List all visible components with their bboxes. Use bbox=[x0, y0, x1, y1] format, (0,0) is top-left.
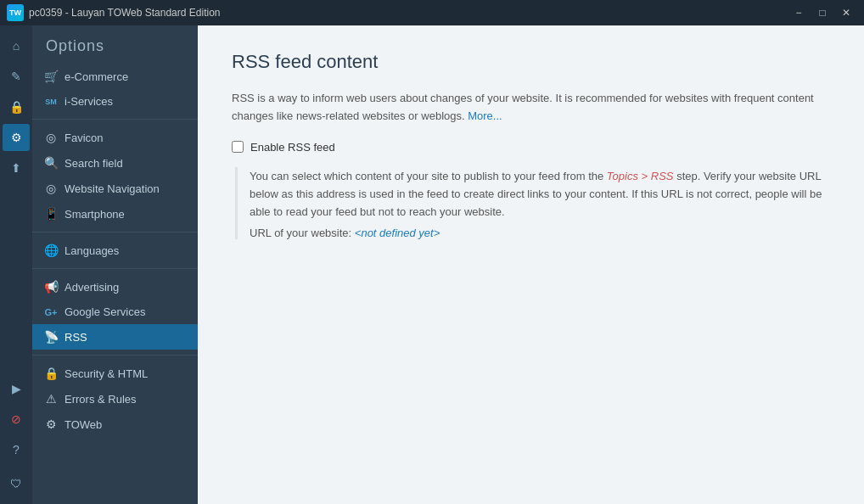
sidebar-label-rss: RSS bbox=[65, 331, 87, 344]
divider-3 bbox=[32, 268, 198, 269]
sidebar-item-smartphone[interactable]: 📱 Smartphone bbox=[32, 201, 198, 227]
enable-rss-label[interactable]: Enable RSS feed bbox=[250, 141, 335, 154]
sidebar-label-security-html: Security & HTML bbox=[65, 367, 148, 380]
description-text: RSS is a way to inform web users about c… bbox=[232, 90, 830, 126]
icon-shield[interactable]: 🛡 bbox=[3, 470, 30, 497]
main-content: RSS feed content RSS is a way to inform … bbox=[198, 25, 864, 504]
sidebar-section-1: 🛒 e-Commerce SM i-Services bbox=[32, 64, 198, 114]
sidebar-label-errors-rules: Errors & Rules bbox=[65, 393, 137, 406]
more-link[interactable]: More... bbox=[468, 109, 502, 122]
advertising-icon: 📢 bbox=[44, 280, 58, 294]
sidebar-item-languages[interactable]: 🌐 Languages bbox=[32, 238, 198, 263]
smartphone-icon: 📱 bbox=[44, 207, 58, 221]
sidebar-item-website-navigation[interactable]: ◎ Website Navigation bbox=[32, 176, 198, 201]
info-box: You can select which content of your sit… bbox=[235, 167, 830, 239]
divider-4 bbox=[32, 355, 198, 356]
toweb-icon: ⚙ bbox=[44, 417, 58, 431]
url-value: <not defined yet> bbox=[355, 227, 440, 239]
info-highlight: Topics > RSS bbox=[607, 170, 674, 182]
website-nav-icon: ◎ bbox=[44, 182, 58, 195]
languages-icon: 🌐 bbox=[44, 244, 58, 257]
icon-help[interactable]: ? bbox=[3, 436, 30, 463]
titlebar: TW pc0359 - Lauyan TOWeb Standard Editio… bbox=[0, 0, 864, 25]
icon-lock[interactable]: 🔒 bbox=[3, 93, 30, 120]
sidebar-label-favicon: Favicon bbox=[65, 132, 104, 144]
sidebar-label-ecommerce: e-Commerce bbox=[65, 70, 128, 83]
sidebar-item-security-html[interactable]: 🔒 Security & HTML bbox=[32, 361, 198, 386]
rss-icon: 📡 bbox=[44, 330, 58, 344]
sidebar-section-5: 🔒 Security & HTML ⚠ Errors & Rules ⚙ TOW… bbox=[32, 361, 198, 437]
sidebar-label-smartphone: Smartphone bbox=[65, 208, 125, 221]
icon-strip: ⌂ ✎ 🔒 ⚙ ⬆ ▶ ⊘ ? 🛡 bbox=[0, 25, 32, 504]
sidebar-label-search-field: Search field bbox=[65, 157, 123, 170]
sidebar-label-languages: Languages bbox=[65, 244, 119, 257]
icon-play[interactable]: ▶ bbox=[3, 375, 30, 402]
app-logo: TW bbox=[7, 4, 24, 21]
icon-upload[interactable]: ⬆ bbox=[3, 154, 30, 182]
enable-rss-checkbox[interactable] bbox=[232, 141, 244, 153]
divider-1 bbox=[32, 119, 198, 120]
sidebar-item-favicon[interactable]: ◎ Favicon bbox=[32, 125, 198, 150]
errors-rules-icon: ⚠ bbox=[44, 392, 58, 406]
sidebar-section-4: 📢 Advertising G+ Google Services 📡 RSS bbox=[32, 274, 198, 350]
sidebar-item-toweb[interactable]: ⚙ TOWeb bbox=[32, 412, 198, 437]
search-field-icon: 🔍 bbox=[44, 156, 58, 170]
sidebar-label-website-navigation: Website Navigation bbox=[65, 182, 160, 195]
favicon-icon: ◎ bbox=[44, 131, 58, 144]
ecommerce-icon: 🛒 bbox=[44, 70, 58, 83]
sidebar-item-advertising[interactable]: 📢 Advertising bbox=[32, 274, 198, 300]
info-text: You can select which content of your sit… bbox=[250, 167, 830, 221]
sidebar-label-advertising: Advertising bbox=[65, 281, 119, 294]
sidebar-item-rss[interactable]: 📡 RSS bbox=[32, 324, 198, 350]
sidebar-item-google-services[interactable]: G+ Google Services bbox=[32, 300, 198, 324]
sidebar-label-google-services: Google Services bbox=[65, 305, 145, 318]
minimize-button[interactable]: − bbox=[788, 4, 810, 21]
icon-home[interactable]: ⌂ bbox=[3, 32, 30, 59]
url-label: URL of your website: bbox=[250, 227, 351, 239]
sidebar-section-2: ◎ Favicon 🔍 Search field ◎ Website Navig… bbox=[32, 125, 198, 227]
titlebar-controls[interactable]: − □ ✕ bbox=[788, 4, 857, 21]
titlebar-title: pc0359 - Lauyan TOWeb Standard Edition bbox=[29, 7, 221, 19]
sidebar-item-ecommerce[interactable]: 🛒 e-Commerce bbox=[32, 64, 198, 89]
titlebar-left: TW pc0359 - Lauyan TOWeb Standard Editio… bbox=[7, 4, 221, 21]
page-title: RSS feed content bbox=[232, 51, 830, 73]
google-services-icon: G+ bbox=[44, 307, 58, 317]
sidebar-item-iservices[interactable]: SM i-Services bbox=[32, 89, 198, 114]
sidebar-section-3: 🌐 Languages bbox=[32, 238, 198, 263]
enable-rss-row: Enable RSS feed bbox=[232, 141, 830, 154]
sidebar: Options 🛒 e-Commerce SM i-Services ◎ Fav… bbox=[32, 25, 198, 504]
close-button[interactable]: ✕ bbox=[835, 4, 857, 21]
sidebar-label-iservices: i-Services bbox=[65, 95, 113, 108]
icon-gear[interactable]: ⚙ bbox=[3, 124, 30, 151]
sidebar-header: Options bbox=[32, 25, 198, 64]
sidebar-label-toweb: TOWeb bbox=[65, 418, 102, 431]
icon-stop[interactable]: ⊘ bbox=[3, 406, 30, 433]
divider-2 bbox=[32, 232, 198, 232]
sidebar-item-errors-rules[interactable]: ⚠ Errors & Rules bbox=[32, 386, 198, 412]
app-body: ⌂ ✎ 🔒 ⚙ ⬆ ▶ ⊘ ? 🛡 Options 🛒 e-Commerce S… bbox=[0, 25, 864, 504]
maximize-button[interactable]: □ bbox=[811, 4, 833, 21]
icon-edit[interactable]: ✎ bbox=[3, 63, 30, 90]
sidebar-item-search-field[interactable]: 🔍 Search field bbox=[32, 150, 198, 176]
security-html-icon: 🔒 bbox=[44, 367, 58, 380]
iservices-icon: SM bbox=[44, 98, 58, 106]
url-line: URL of your website: <not defined yet> bbox=[250, 227, 830, 239]
